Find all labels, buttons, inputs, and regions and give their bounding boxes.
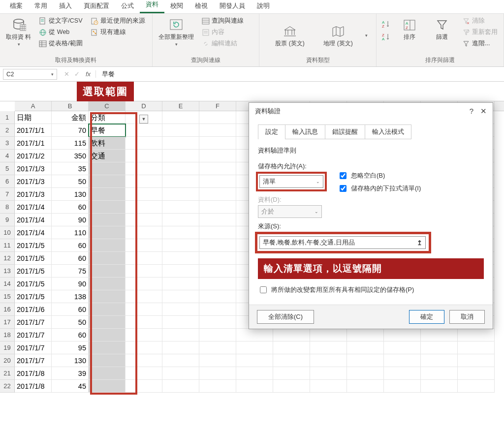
cell[interactable] (384, 329, 421, 341)
cell[interactable]: 35 (52, 162, 89, 175)
cell-dropdown-button[interactable]: ▼ (139, 115, 148, 124)
cell[interactable] (126, 329, 162, 341)
cell[interactable]: 60 (52, 329, 89, 341)
cell[interactable] (162, 137, 199, 150)
geography-button[interactable]: 地理 (英文) (316, 22, 360, 49)
cancel-formula-icon[interactable]: ✕ (64, 70, 69, 78)
cell[interactable] (126, 303, 162, 316)
cell[interactable] (384, 380, 421, 393)
cell[interactable] (126, 316, 162, 329)
cell[interactable] (162, 316, 199, 329)
help-icon[interactable]: ? (470, 107, 473, 116)
row-header[interactable]: 17 (0, 316, 15, 329)
cell[interactable] (126, 175, 162, 188)
cell[interactable] (236, 341, 273, 354)
cell[interactable] (199, 188, 236, 201)
cell[interactable]: 2017/1/3 (15, 175, 52, 188)
cell[interactable] (126, 265, 162, 278)
cell[interactable]: 2017/1/4 (15, 214, 52, 226)
sort-button[interactable]: AZ 排序 (395, 16, 424, 42)
cell[interactable] (199, 239, 236, 252)
column-header-C[interactable]: C (89, 101, 126, 111)
cell[interactable] (199, 380, 236, 393)
cell[interactable] (421, 367, 458, 380)
cell[interactable] (89, 252, 126, 265)
cell[interactable] (126, 150, 162, 162)
row-header[interactable]: 9 (0, 214, 15, 226)
apply-all-checkbox[interactable]: 將所做的改變套用至所有具有相同設定的儲存格(P) (258, 285, 484, 295)
cell[interactable] (89, 329, 126, 341)
cell[interactable] (126, 239, 162, 252)
cell[interactable]: 138 (52, 290, 89, 303)
cell[interactable] (89, 354, 126, 367)
cell[interactable]: 2017/1/5 (15, 290, 52, 303)
cell[interactable] (162, 239, 199, 252)
cell[interactable] (89, 367, 126, 380)
row-header[interactable]: 14 (0, 278, 15, 290)
cell[interactable] (89, 380, 126, 393)
dialog-tab-settings[interactable]: 設定 (258, 125, 285, 139)
cell[interactable] (162, 162, 199, 175)
cell[interactable]: 2017/1/5 (15, 239, 52, 252)
cell[interactable]: 45 (52, 380, 89, 393)
tab-home[interactable]: 常用 (29, 0, 53, 13)
row-header[interactable]: 1 (0, 111, 15, 124)
cell[interactable]: 2017/1/8 (15, 380, 52, 393)
cell[interactable] (126, 162, 162, 175)
cell[interactable] (199, 137, 236, 150)
row-header[interactable]: 11 (0, 239, 15, 252)
cell[interactable] (89, 188, 126, 201)
ignore-blank-checkbox[interactable]: 忽略空白(B) (338, 171, 421, 181)
cell[interactable]: 2017/1/1 (15, 137, 52, 150)
cell[interactable] (89, 278, 126, 290)
cell[interactable]: 50 (52, 316, 89, 329)
cell[interactable] (384, 367, 421, 380)
cell[interactable] (347, 354, 384, 367)
fx-icon[interactable]: fx (84, 70, 96, 78)
row-header[interactable]: 15 (0, 290, 15, 303)
cell[interactable] (89, 290, 126, 303)
cell[interactable] (421, 354, 458, 367)
column-header-B[interactable]: B (52, 101, 89, 111)
cell[interactable] (126, 201, 162, 214)
tab-formulas[interactable]: 公式 (115, 0, 140, 13)
cell[interactable] (310, 341, 347, 354)
cell[interactable] (236, 367, 273, 380)
cell[interactable] (421, 329, 458, 341)
cell[interactable]: 分類 (89, 111, 126, 124)
cell[interactable] (458, 341, 495, 354)
cell[interactable] (199, 278, 236, 290)
cell[interactable] (89, 265, 126, 278)
cell[interactable] (162, 367, 199, 380)
tab-data[interactable]: 資料 (140, 0, 164, 13)
cell[interactable]: 2017/1/4 (15, 201, 52, 214)
cell[interactable] (384, 341, 421, 354)
cell[interactable]: 60 (52, 239, 89, 252)
row-header[interactable]: 5 (0, 162, 15, 175)
cell[interactable]: 60 (52, 201, 89, 214)
from-table-button[interactable]: 從表格/範圍 (37, 38, 84, 49)
source-input[interactable]: 早餐,晚餐,飲料,午餐,交通,日用品 ↥ (259, 236, 426, 249)
cell[interactable]: 2017/1/7 (15, 354, 52, 367)
cancel-button[interactable]: 取消 (449, 310, 485, 324)
cell[interactable] (199, 150, 236, 162)
cell[interactable] (199, 354, 236, 367)
row-header[interactable]: 21 (0, 367, 15, 380)
tab-view[interactable]: 檢視 (189, 0, 214, 13)
recent-sources-button[interactable]: 最近使用的來源 (89, 16, 147, 26)
cell[interactable]: 60 (52, 252, 89, 265)
filter-button[interactable]: 篩選 (428, 16, 456, 42)
from-web-button[interactable]: 從 Web (37, 27, 84, 37)
cell[interactable] (310, 380, 347, 393)
cell[interactable] (199, 175, 236, 188)
column-header-F[interactable]: F (199, 101, 236, 111)
column-header-A[interactable]: A (15, 101, 52, 111)
row-header[interactable]: 4 (0, 150, 15, 162)
cell[interactable] (199, 290, 236, 303)
cell[interactable] (458, 367, 495, 380)
cell[interactable] (347, 341, 384, 354)
cell[interactable] (162, 341, 199, 354)
cell[interactable]: 50 (52, 175, 89, 188)
row-header[interactable]: 8 (0, 201, 15, 214)
in-cell-dropdown-checkbox[interactable]: 儲存格內的下拉式清單(I) (338, 184, 421, 193)
